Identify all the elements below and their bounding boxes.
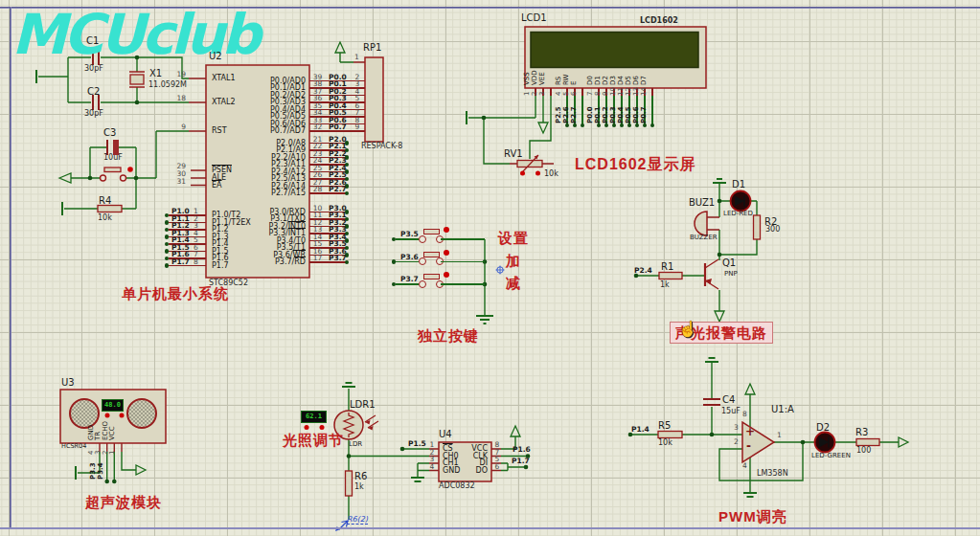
r2-value[interactable]: 300 [765,226,780,234]
q1-part[interactable]: PNP [724,271,738,279]
sonar-display[interactable]: 48.0 [102,399,124,412]
key-caption[interactable]: 减 [495,275,532,293]
key-caption[interactable]: 设置 [495,230,532,248]
transistor-q1[interactable] [705,259,718,289]
buz1-ref[interactable]: BUZ1 [689,197,715,208]
rp1-ref[interactable]: RP1 [363,42,381,53]
net-label[interactable]: P0.7 [640,106,649,123]
respack-body[interactable] [365,57,383,142]
d2-part[interactable]: LED-GREEN [811,453,851,460]
button-cap[interactable] [423,252,440,257]
u3-part[interactable]: HCSR04 [61,443,86,450]
c3-ref[interactable]: C3 [103,127,116,138]
sonar-section-label[interactable]: 超声波模块 [85,495,162,511]
pin-name: VCC [108,426,117,440]
q1-ref[interactable]: Q1 [722,257,736,268]
p1-7-net-label[interactable]: P1.7 [512,458,530,465]
capacitor-c2[interactable] [93,95,99,110]
pin-stub [651,88,653,96]
c1-value[interactable]: 30pF [84,65,103,74]
schematic-canvas: MCUclub C1 30pF X1 11.0592M C2 30pF C3 1… [0,0,980,536]
net-label[interactable]: P2.7 [329,185,347,193]
p1-5-net-label[interactable]: P1.5 [408,440,426,448]
d1-ref[interactable]: D1 [732,179,745,190]
r1-ref[interactable]: R1 [661,261,673,272]
d2-ref[interactable]: D2 [816,422,830,433]
resistor-r4 [98,206,122,212]
u1a-ref[interactable]: U1:A [771,404,794,414]
r5-value[interactable]: 10k [658,439,672,448]
ldr-display[interactable]: 62.1 [301,411,327,423]
probe-label[interactable]: R6(2) [347,515,368,525]
c2-ref[interactable]: C2 [87,86,100,97]
net-label[interactable]: P3.7 [400,275,419,283]
u3-ref[interactable]: U3 [61,377,75,388]
p1-4-net-label[interactable]: P1.4 [631,426,650,434]
net-label[interactable]: P3.7 [329,254,347,262]
r3-value[interactable]: 100 [856,447,871,456]
r1-value[interactable]: 1k [660,281,670,290]
buzzer-symbol[interactable] [695,212,707,235]
keys-section-label[interactable]: 独立按键 [418,328,479,345]
led-red-symbol[interactable] [731,191,751,212]
r6-ref[interactable]: R6 [354,471,367,481]
button-terminal[interactable] [419,280,426,288]
led-green-symbol[interactable] [815,433,835,453]
r4-ref[interactable]: R4 [99,195,111,206]
c3-value[interactable]: 10uF [103,154,123,163]
u1a-part[interactable]: LM358N [757,470,788,479]
net-label[interactable]: P3.6 [400,253,419,261]
button-terminal[interactable] [419,257,426,265]
echo-net-label[interactable]: P3.4 [97,462,105,480]
pwm-section-label[interactable]: PWM调亮 [718,509,787,525]
c1-ref[interactable]: C1 [86,35,99,46]
reset-button[interactable] [101,167,133,181]
net-label[interactable]: P3.5 [400,230,419,238]
crystal-x1[interactable] [129,72,145,87]
rp1-part[interactable]: RESPACK-8 [361,143,402,151]
lcd-part[interactable]: LCD1602 [640,17,678,26]
pin-name: P0.7/AD7 [238,126,306,135]
pin-number: 17 [310,254,325,262]
mcu-section-label[interactable]: 单片机最小系统 [122,286,229,302]
p1-6-net-label[interactable]: P1.6 [513,446,531,454]
ldr1-ref[interactable]: LDR1 [350,399,376,410]
ldr1-part[interactable]: LDR [349,441,362,449]
pin-name: P3.7/RD [238,257,306,266]
buz1-part[interactable]: BUZZER [690,234,718,242]
rv1-ref[interactable]: RV1 [504,148,523,159]
lcd-section-label[interactable]: LCD1602显示屏 [575,156,695,173]
light-section-label[interactable]: 光照调节 [283,433,344,449]
pin-name: P2.7/A15 [238,189,306,197]
capacitor-c4[interactable] [703,399,720,405]
x1-ref[interactable]: X1 [149,68,162,78]
r4-value[interactable]: 10k [98,214,112,223]
pin-number: 6 [570,92,579,96]
c4-value[interactable]: 15uF [721,408,741,416]
pin-number: 18 [169,94,186,102]
pin-number: 1 [108,450,117,454]
r3-ref[interactable]: R3 [855,427,868,437]
pin-name: D7 [640,76,649,85]
r5-ref[interactable]: R5 [658,420,671,431]
c2-value[interactable]: 30pF [84,110,103,119]
x1-value[interactable]: 11.0592M [148,81,187,90]
r6-value[interactable]: 1k [354,483,364,492]
p2-4-net-label[interactable]: P2.4 [634,267,652,275]
pin-name: E [570,81,579,85]
key-caption[interactable]: 加 [495,253,532,271]
net-label[interactable]: P0.7 [329,123,347,131]
lcd-ref[interactable]: LCD1 [521,12,547,23]
wire [441,261,485,262]
button-cap[interactable] [423,229,440,234]
u4-ref[interactable]: U4 [439,429,452,439]
button-cap[interactable] [423,274,440,279]
button-terminal[interactable] [419,235,426,243]
pin-number: 28 [310,185,325,193]
net-label[interactable]: P2.7 [570,106,579,123]
rv1-value[interactable]: 10k [544,170,558,179]
d1-part[interactable]: LED-RED [723,211,753,218]
u4-part[interactable]: ADC0832 [439,482,475,491]
c4-ref[interactable]: C4 [722,394,735,405]
mcu-ref[interactable]: U2 [209,51,222,61]
